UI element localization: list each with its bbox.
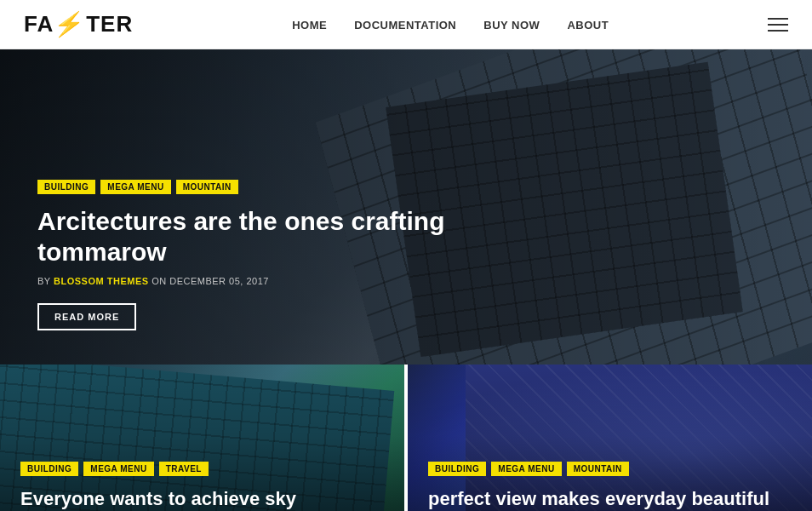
card-1-tag-1[interactable]: BUILDING bbox=[20, 462, 78, 476]
card-1-tags: BUILDING MEGA MENU TRAVEL bbox=[20, 462, 384, 476]
hero-section: BUILDING MEGA MENU MOUNTAIN Arcitectures… bbox=[0, 49, 812, 365]
main-nav: HOME DOCUMENTATION BUY NOW ABOUT bbox=[292, 17, 609, 32]
site-header: FA⚡TER HOME DOCUMENTATION BUY NOW ABOUT bbox=[0, 0, 812, 49]
nav-item-about[interactable]: ABOUT bbox=[567, 17, 609, 32]
card-1-tag-3[interactable]: TRAVEL bbox=[159, 462, 209, 476]
hero-meta: BY BLOSSOM THEMES ON DECEMBER 05, 2017 bbox=[37, 276, 775, 286]
hero-meta-date: ON DECEMBER 05, 2017 bbox=[152, 276, 269, 286]
hero-title: Arcitectures are the ones crafting tomma… bbox=[37, 206, 548, 267]
card-2[interactable]: BUILDING MEGA MENU MOUNTAIN perfect view… bbox=[408, 365, 812, 511]
logo-text-prefix: FA bbox=[24, 11, 54, 37]
card-2-tag-3[interactable]: MOUNTAIN bbox=[567, 462, 629, 476]
nav-item-documentation[interactable]: DOCUMENTATION bbox=[354, 17, 456, 32]
hero-tag-3[interactable]: MOUNTAIN bbox=[176, 180, 238, 194]
card-2-tags: BUILDING MEGA MENU MOUNTAIN bbox=[428, 462, 792, 476]
hero-tag-1[interactable]: BUILDING bbox=[37, 180, 95, 194]
card-2-title: perfect view makes everyday beautiful bbox=[428, 488, 792, 510]
hero-author-link[interactable]: BLOSSOM THEMES bbox=[54, 276, 149, 286]
hamburger-menu-icon[interactable] bbox=[768, 18, 788, 32]
card-1-title: Everyone wants to achieve sky bbox=[20, 488, 384, 510]
hero-meta-by: BY bbox=[37, 276, 50, 286]
card-1-content: BUILDING MEGA MENU TRAVEL Everyone wants… bbox=[20, 462, 384, 511]
logo-bolt-icon: ⚡ bbox=[52, 10, 88, 38]
card-1-tag-2[interactable]: MEGA MENU bbox=[83, 462, 153, 476]
cards-section: BUILDING MEGA MENU TRAVEL Everyone wants… bbox=[0, 365, 812, 511]
hero-content: BUILDING MEGA MENU MOUNTAIN Arcitectures… bbox=[37, 180, 775, 330]
nav-item-buynow[interactable]: BUY NOW bbox=[483, 17, 540, 32]
read-more-button[interactable]: READ MORE bbox=[37, 303, 136, 330]
card-2-tag-1[interactable]: BUILDING bbox=[428, 462, 486, 476]
card-2-content: BUILDING MEGA MENU MOUNTAIN perfect view… bbox=[428, 462, 792, 511]
hero-tag-2[interactable]: MEGA MENU bbox=[100, 180, 170, 194]
nav-item-home[interactable]: HOME bbox=[292, 17, 327, 32]
logo-text-suffix: TER bbox=[86, 11, 133, 37]
card-2-tag-2[interactable]: MEGA MENU bbox=[491, 462, 561, 476]
hero-tags: BUILDING MEGA MENU MOUNTAIN bbox=[37, 180, 775, 194]
card-1[interactable]: BUILDING MEGA MENU TRAVEL Everyone wants… bbox=[0, 365, 404, 511]
site-logo[interactable]: FA⚡TER bbox=[24, 10, 133, 38]
